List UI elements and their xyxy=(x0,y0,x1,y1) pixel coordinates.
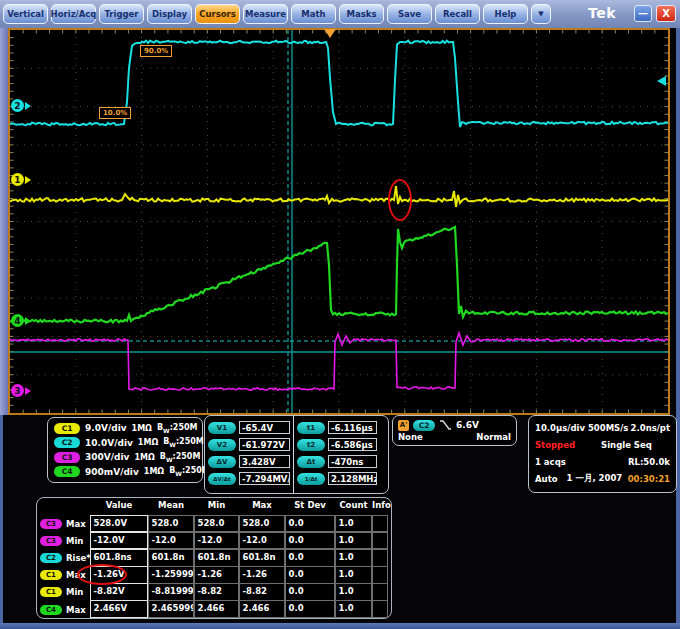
measurement-cell: -8.82 xyxy=(194,583,240,601)
channel-scale: 9.0V/div xyxy=(85,423,127,433)
cursor-readout-panel: V1-65.4VV2-61.972VΔV3.428VΔV/Δt-7.294MV/… xyxy=(204,415,389,494)
table-row: C3Max528.0V528.0528.0528.00.01.0 xyxy=(40,515,388,532)
measurement-cell: 601.8n xyxy=(148,549,195,567)
measurement-name-cell: C2Rise* xyxy=(40,549,90,566)
trigger-position-marker[interactable] xyxy=(324,29,336,38)
menu-recall-button[interactable]: Recall xyxy=(435,4,480,24)
window-bottom-border xyxy=(0,623,680,629)
measurement-cell: -1.26 xyxy=(194,566,240,584)
menu-help-button[interactable]: Help xyxy=(483,4,528,24)
measurement-name-cell: C1Min xyxy=(40,584,90,601)
v-cursor-row: ΔV3.428V xyxy=(208,453,290,470)
close-button[interactable]: X xyxy=(656,5,676,22)
channel-badge-c4[interactable]: C4 xyxy=(54,466,80,477)
channel-scale: 10.0V/div xyxy=(85,438,133,448)
menu-vertical-button[interactable]: Vertical xyxy=(3,4,48,24)
channel-3-marker-arrow xyxy=(25,387,31,395)
cursor-value: -6.116µs xyxy=(328,421,377,434)
measurement-name-cell: C4Max xyxy=(40,601,90,618)
menu-save-button[interactable]: Save xyxy=(387,4,432,24)
measurement-cell: 0.0 xyxy=(285,532,336,550)
measurement-cell: 528.0V xyxy=(90,515,149,533)
menu-math-button[interactable]: Math xyxy=(291,4,336,24)
channel-bandwidth: BW:250M xyxy=(157,423,198,434)
measurement-cell xyxy=(372,532,389,550)
trigger-holdoff-label: None xyxy=(398,432,423,444)
menu-dropdown-button[interactable]: ▼ xyxy=(531,4,551,24)
cursor-value: -65.4V xyxy=(239,421,290,434)
channel-row-c4: C4900mV/div1MΩBW:250M xyxy=(54,465,196,480)
window-right-border xyxy=(676,28,680,629)
menubar: VerticalHoriz/AcqTriggerDisplayCursorsMe… xyxy=(0,0,680,28)
trigger-level-arrow[interactable] xyxy=(657,76,666,86)
t-cursor-row: Δt-470ns xyxy=(297,453,377,470)
channel-bandwidth: BW:250M xyxy=(163,437,204,448)
cursor-badge-t[interactable]: t1 xyxy=(297,422,325,434)
minimize-button[interactable]: — xyxy=(634,5,652,22)
channel-1-position-marker[interactable]: 1 xyxy=(11,173,24,186)
channels-panel: C19.0V/div1MΩBW:250MC210.0V/div1MΩBW:250… xyxy=(47,417,203,483)
cursor-badge-v[interactable]: V1 xyxy=(208,422,236,434)
measurement-cell: -12.0 xyxy=(148,532,195,550)
channel-3-position-marker[interactable]: 3 xyxy=(11,384,24,397)
channel-row-c3: C3300V/div1MΩBW:250M xyxy=(54,450,196,465)
channel-bandwidth: BW:250M xyxy=(160,452,201,463)
display-annotations: 2143 90.0% 10.0% xyxy=(10,30,668,413)
cursor-badge-v[interactable]: V2 xyxy=(208,439,236,451)
measurement-cell: 2.4659999 xyxy=(148,600,195,618)
channel-badge-c1[interactable]: C1 xyxy=(54,423,80,434)
menu-trigger-button[interactable]: Trigger xyxy=(99,4,144,24)
measurement-cell: 601.8n xyxy=(239,549,286,567)
channel-scale: 300V/div xyxy=(85,452,129,462)
measurement-cell: 528.0 xyxy=(148,515,195,533)
measurement-cell: 0.0 xyxy=(285,583,336,601)
measurement-cell: 528.0 xyxy=(239,515,286,533)
channel-2-position-marker[interactable]: 2 xyxy=(11,99,24,112)
menu-masks-button[interactable]: Masks xyxy=(339,4,384,24)
cursor-badge-t[interactable]: Δt xyxy=(297,456,325,468)
table-row: C1Min-8.82V-8.8199997-8.82-8.820.01.0 xyxy=(40,584,388,601)
channel-1-marker-arrow xyxy=(25,176,31,184)
measurement-cell: -8.8199997 xyxy=(148,583,195,601)
table-highlight-ellipse xyxy=(77,564,127,585)
menu-items: VerticalHoriz/AcqTriggerDisplayCursorsMe… xyxy=(0,4,528,24)
cursor-badge-t[interactable]: 1/Δt xyxy=(297,473,325,485)
menu-cursors-button[interactable]: Cursors xyxy=(195,4,240,24)
channel-badge-c3[interactable]: C3 xyxy=(54,452,80,463)
trigger-level-value: 6.6V xyxy=(456,420,479,430)
measurement-cell: 0.0 xyxy=(285,549,336,567)
ref-level-low-flag: 10.0% xyxy=(99,107,131,119)
measurement-cell: 2.466 xyxy=(194,600,240,618)
measurement-cell: 2.466 xyxy=(239,600,286,618)
measurement-cell: 1.0 xyxy=(335,515,373,533)
cursor-value: 2.128MHz xyxy=(328,472,377,485)
measurement-cell: -1.2599997 xyxy=(148,566,195,584)
cursor-badge-v[interactable]: ΔV xyxy=(208,456,236,468)
channel-row-c2: C210.0V/div1MΩBW:250M xyxy=(54,436,196,451)
cursor-badge-v[interactable]: ΔV/Δt xyxy=(208,473,236,485)
v-cursor-row: V1-65.4V xyxy=(208,419,290,436)
measurement-cell xyxy=(372,566,389,584)
v-cursor-row: V2-61.972V xyxy=(208,436,290,453)
record-length: RL:50.0k xyxy=(628,457,670,467)
table-row: C3Min-12.0V-12.0-12.0-12.00.01.0 xyxy=(40,532,388,549)
timebase-value: 10.0µs/div 500MS/s xyxy=(535,423,628,433)
channel-4-position-marker[interactable]: 4 xyxy=(11,314,24,327)
menu-horiz-acq-button[interactable]: Horiz/Acq xyxy=(51,4,96,24)
menu-measure-button[interactable]: Measure xyxy=(243,4,288,24)
time-cursor-column: t1-6.116µst2-6.586µsΔt-470ns1/Δt2.128MHz xyxy=(294,416,380,493)
measurement-cell: -12.0V xyxy=(90,532,149,550)
measurement-table-header: ValueMeanMinMaxSt DevCountInfo xyxy=(40,500,388,515)
menu-display-button[interactable]: Display xyxy=(147,4,192,24)
col-header-st-dev: St Dev xyxy=(285,500,335,515)
measurement-cell: 0.0 xyxy=(285,515,336,533)
channel-scale: 900mV/div xyxy=(85,467,139,477)
measurement-channel-badge: C3 xyxy=(40,519,62,529)
cursor-badge-t[interactable]: t2 xyxy=(297,439,325,451)
channel-badge-c2[interactable]: C2 xyxy=(54,437,80,448)
measurement-table: ValueMeanMinMaxSt DevCountInfo C3Max528.… xyxy=(36,497,392,619)
measurement-channel-badge: C1 xyxy=(40,587,62,597)
measurement-cell: 2.466V xyxy=(90,600,149,618)
table-row: C4Max2.466V2.46599992.4662.4660.01.0 xyxy=(40,601,388,618)
acq-status: Stopped xyxy=(535,440,575,450)
